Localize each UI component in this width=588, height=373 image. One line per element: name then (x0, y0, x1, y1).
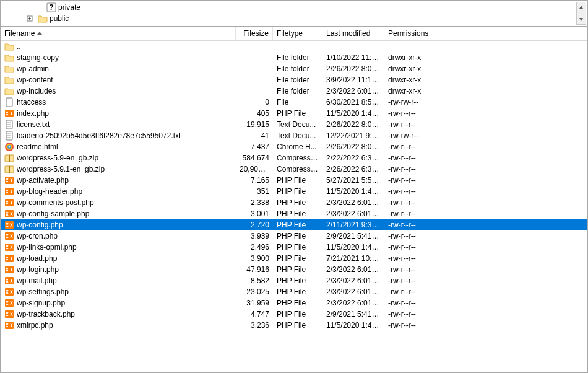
file-row[interactable]: wp-signup.php31,959PHP File2/3/2022 6:01… (1, 297, 587, 309)
col-header-filesize[interactable]: Filesize (236, 27, 273, 40)
cell-filename: license.txt (1, 119, 236, 130)
filename-text: wordpress-5.9-en_gb.zip (17, 152, 98, 164)
cell-permissions: -rw-r--r-- (384, 152, 446, 164)
file-row[interactable]: staging-copyFile folder1/10/2022 11:4...… (1, 52, 587, 63)
cell-filename: wp-load.php (1, 253, 236, 264)
col-header-modified[interactable]: Last modified (322, 27, 384, 40)
cell-permissions: -rw-r--r-- (384, 175, 446, 186)
file-row[interactable]: wp-settings.php23,025PHP File2/3/2022 6:… (1, 286, 587, 297)
tree-scrollbar[interactable] (576, 2, 586, 25)
cell-filename: wp-settings.php (1, 286, 236, 297)
file-row[interactable]: wp-config.php2,720PHP File2/11/2021 9:32… (1, 219, 587, 230)
cell-modified: 2/26/2022 8:04:... (322, 63, 384, 74)
filename-text: index.php (17, 108, 49, 119)
tree-item-public[interactable]: public (27, 13, 587, 24)
file-row[interactable]: readme.html7,437Chrome H...2/26/2022 8:0… (1, 141, 587, 152)
cell-filesize: 23,025 (236, 286, 273, 297)
scroll-down-icon[interactable] (577, 14, 586, 24)
cell-permissions: -rw-r--r-- (384, 119, 446, 130)
file-row[interactable]: wp-login.php47,916PHP File2/3/2022 6:01:… (1, 264, 587, 275)
cell-modified: 2/26/2022 8:04:... (322, 141, 384, 152)
col-header-filetype[interactable]: Filetype (273, 27, 322, 40)
file-row[interactable]: wp-activate.php7,165PHP File5/27/2021 5:… (1, 175, 587, 186)
cell-permissions: -rw-r--r-- (384, 264, 446, 275)
cell-filename: wp-login.php (1, 264, 236, 275)
filename-text: wordpress-5.9.1-en_gb.zip (17, 164, 105, 175)
col-header-permissions[interactable]: Permissions (384, 27, 446, 40)
svg-marker-19 (579, 18, 583, 21)
cell-modified: 1/10/2022 11:4... (322, 52, 384, 63)
file-row[interactable]: index.php405PHP File11/5/2020 1:42:...-r… (1, 108, 587, 119)
cell-filesize: 7,165 (236, 175, 273, 186)
cell-filename: wp-blog-header.php (1, 186, 236, 197)
filename-text: staging-copy (17, 52, 59, 63)
cell-modified: 2/26/2022 8:04:... (322, 119, 384, 130)
filename-text: wp-activate.php (17, 175, 69, 186)
cell-modified: 11/5/2020 1:42:... (322, 320, 384, 331)
cell-modified: 2/9/2021 5:41:2... (322, 309, 384, 320)
scroll-up-icon[interactable] (577, 2, 586, 12)
cell-permissions: -rw-rw-r-- (384, 130, 446, 141)
filename-text: wp-content (17, 74, 53, 86)
file-row[interactable]: .. (1, 41, 587, 52)
cell-permissions: -rw-r--r-- (384, 320, 446, 331)
tree-label: public (50, 13, 69, 24)
cell-modified: 11/5/2020 1:42:... (322, 108, 384, 119)
filename-text: wp-signup.php (17, 297, 65, 309)
php-icon (4, 108, 14, 118)
cell-filetype: PHP File (273, 275, 322, 286)
file-row[interactable]: wp-blog-header.php351PHP File11/5/2020 1… (1, 186, 587, 197)
file-row[interactable]: wp-config-sample.php3,001PHP File2/3/202… (1, 208, 587, 219)
cell-filetype: Chrome H... (273, 141, 322, 152)
cell-filetype: Compresse... (273, 152, 322, 164)
remote-tree-pane[interactable]: private public (1, 1, 587, 27)
filename-text: wp-blog-header.php (17, 186, 82, 197)
php-icon (4, 209, 14, 219)
file-manager-window: private public Filename Filesize Filetyp… (0, 0, 588, 373)
file-row[interactable]: wp-comments-post.php2,338PHP File2/3/202… (1, 197, 587, 208)
cell-modified: 2/9/2021 5:41:2... (322, 230, 384, 242)
cell-filetype: PHP File (273, 286, 322, 297)
cell-filesize: 2,338 (236, 197, 273, 208)
cell-filename: wp-config.php (1, 219, 236, 230)
filename-text: license.txt (17, 119, 50, 130)
file-row[interactable]: xmlrpc.php3,236PHP File11/5/2020 1:42:..… (1, 320, 587, 331)
file-row[interactable]: loaderio-25092b54d5e8ff6f282e78e7c559507… (1, 130, 587, 141)
cell-modified: 2/22/2022 6:33:... (322, 152, 384, 164)
cell-filetype: File folder (273, 63, 322, 74)
tree-item-private[interactable]: private (38, 2, 587, 13)
cell-filename: wp-links-opml.php (1, 242, 236, 253)
file-row[interactable]: wp-links-opml.php2,496PHP File11/5/2020 … (1, 242, 587, 253)
filename-text: readme.html (17, 141, 58, 152)
cell-permissions: drwxr-xr-x (384, 52, 446, 63)
cell-filename: xmlrpc.php (1, 320, 236, 331)
col-header-filename[interactable]: Filename (1, 27, 236, 40)
file-row[interactable]: wp-contentFile folder3/9/2022 11:19:...d… (1, 74, 587, 86)
cell-modified: 6/30/2021 8:57:... (322, 97, 384, 108)
filename-text: wp-load.php (17, 253, 57, 264)
file-list-pane: Filename Filesize Filetype Last modified… (1, 27, 587, 372)
file-row[interactable]: htaccess0File6/30/2021 8:57:...-rw-rw-r-… (1, 97, 587, 108)
file-row[interactable]: wp-includesFile folder2/3/2022 6:01:4...… (1, 86, 587, 97)
filename-text: wp-comments-post.php (17, 197, 94, 208)
file-row[interactable]: wordpress-5.9.1-en_gb.zip20,904,423Compr… (1, 164, 587, 175)
file-row[interactable]: wp-cron.php3,939PHP File2/9/2021 5:41:2.… (1, 230, 587, 242)
file-row[interactable]: wordpress-5.9-en_gb.zip584,674Compresse.… (1, 152, 587, 164)
filename-text: loaderio-25092b54d5e8ff6f282e78e7c559507… (17, 130, 181, 141)
file-rows[interactable]: ..staging-copyFile folder1/10/2022 11:4.… (1, 41, 587, 372)
file-row[interactable]: wp-mail.php8,582PHP File2/3/2022 6:01:4.… (1, 275, 587, 286)
file-row[interactable]: wp-trackback.php4,747PHP File2/9/2021 5:… (1, 309, 587, 320)
cell-filetype: File folder (273, 74, 322, 86)
cell-filetype: PHP File (273, 197, 322, 208)
cell-filesize: 4,747 (236, 309, 273, 320)
cell-filetype: File folder (273, 86, 322, 97)
file-row[interactable]: wp-adminFile folder2/26/2022 8:04:...drw… (1, 63, 587, 74)
php-icon (4, 220, 14, 230)
php-icon (4, 276, 14, 286)
folder-icon (4, 75, 14, 85)
tree-expand-toggle[interactable] (27, 15, 34, 22)
file-row[interactable]: wp-load.php3,900PHP File7/21/2021 10:0..… (1, 253, 587, 264)
filename-text: .. (17, 41, 21, 52)
cell-filename: wp-includes (1, 86, 236, 97)
file-row[interactable]: license.txt19,915Text Docu...2/26/2022 8… (1, 119, 587, 130)
